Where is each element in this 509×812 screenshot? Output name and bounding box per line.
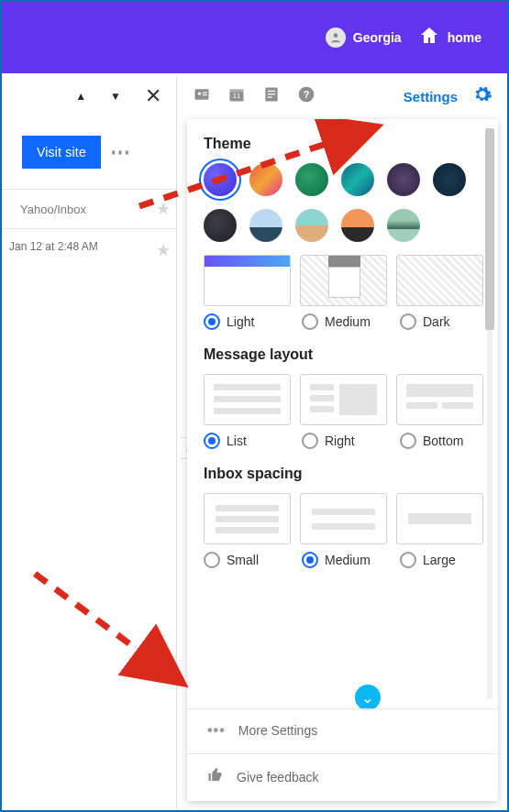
theme-swatch-navy[interactable] <box>433 163 466 196</box>
theme-swatch-blue[interactable] <box>204 163 237 196</box>
vertical-divider <box>176 77 177 810</box>
svg-point-2 <box>198 93 201 95</box>
close-icon[interactable]: ✕ <box>145 84 161 108</box>
layout-card-right[interactable] <box>300 374 387 425</box>
theme-swatch-hills[interactable] <box>387 209 420 242</box>
radio-icon <box>302 433 318 449</box>
radio-icon <box>302 552 318 568</box>
home-icon <box>418 25 440 50</box>
star-icon[interactable]: ★ <box>156 199 171 219</box>
folder-row[interactable]: Yahoo/Inbox ★ <box>2 189 176 229</box>
user-name: Georgia <box>353 30 402 45</box>
svg-text:11: 11 <box>233 92 240 100</box>
layout-option-list[interactable]: List <box>204 433 291 449</box>
spacing-card-large[interactable] <box>396 493 483 544</box>
annotation-arrow-icon <box>28 565 211 693</box>
theme-swatch-dark[interactable] <box>204 209 237 242</box>
next-arrow-icon[interactable]: ▼ <box>110 90 121 103</box>
settings-link[interactable]: Settings <box>404 89 458 104</box>
app-header: Georgia home <box>2 2 507 73</box>
density-option-light[interactable]: Light <box>204 313 291 330</box>
layout-card-bottom[interactable] <box>396 374 483 425</box>
panel-footer: ••• More Settings Give feedback <box>187 708 498 801</box>
theme-swatch-sunset[interactable] <box>249 163 282 196</box>
radio-icon <box>204 552 220 568</box>
more-menu-icon[interactable]: ⋯ <box>110 140 131 164</box>
radio-icon <box>400 552 416 568</box>
density-card-light[interactable] <box>204 255 291 306</box>
profile-group[interactable]: Georgia <box>326 27 402 48</box>
more-settings-row[interactable]: ••• More Settings <box>187 709 498 753</box>
ellipsis-icon: ••• <box>207 722 226 739</box>
spacing-card-small[interactable] <box>204 493 291 544</box>
feedback-label: Give feedback <box>237 770 319 785</box>
theme-heading: Theme <box>204 136 492 152</box>
theme-swatch-beach[interactable] <box>295 209 328 242</box>
sub-toolbar: ▲ ▼ ✕ 11 ? Settings <box>2 73 507 119</box>
home-label: home <box>448 30 481 45</box>
radio-icon <box>204 313 220 330</box>
svg-rect-11 <box>268 97 272 98</box>
svg-rect-9 <box>268 91 275 92</box>
theme-swatch-dusk[interactable] <box>341 209 374 242</box>
layout-option-bottom[interactable]: Bottom <box>400 433 487 449</box>
density-option-medium[interactable]: Medium <box>302 313 389 330</box>
contact-card-icon[interactable] <box>193 85 211 107</box>
message-timestamp: Jan 12 at 2:48 AM <box>9 240 98 260</box>
density-card-medium[interactable] <box>300 255 387 306</box>
help-icon[interactable]: ? <box>297 85 315 107</box>
expand-icon[interactable]: ⌄ <box>355 685 381 708</box>
spacing-option-large[interactable]: Large <box>400 552 487 568</box>
home-link[interactable]: home <box>418 25 481 50</box>
radio-icon <box>302 313 318 330</box>
density-card-dark[interactable] <box>396 255 483 306</box>
radio-icon <box>400 313 416 330</box>
layout-card-list[interactable] <box>204 374 291 425</box>
thumb-up-icon <box>207 767 224 786</box>
theme-swatch-mountain[interactable] <box>249 209 282 242</box>
theme-swatch-teal[interactable] <box>341 163 374 196</box>
message-row[interactable]: Jan 12 at 2:48 AM ★ <box>2 229 176 266</box>
svg-line-15 <box>35 574 183 684</box>
more-settings-label: More Settings <box>238 723 317 738</box>
prev-arrow-icon[interactable]: ▲ <box>75 90 86 103</box>
spacing-heading: Inbox spacing <box>204 466 492 482</box>
svg-rect-3 <box>203 93 207 93</box>
density-option-dark[interactable]: Dark <box>400 313 487 330</box>
svg-rect-10 <box>268 93 275 94</box>
spacing-card-medium[interactable] <box>300 493 387 544</box>
layout-option-right[interactable]: Right <box>302 433 389 449</box>
avatar-icon <box>326 27 346 48</box>
radio-icon <box>400 433 416 449</box>
star-icon[interactable]: ★ <box>156 240 171 260</box>
svg-point-0 <box>333 33 337 38</box>
theme-swatch-purple[interactable] <box>387 163 420 196</box>
theme-swatch-green[interactable] <box>295 163 328 196</box>
svg-rect-4 <box>203 94 207 95</box>
gear-icon[interactable] <box>472 84 492 108</box>
visit-site-button[interactable]: Visit site <box>22 136 101 169</box>
left-column: Visit site ⋯ Yahoo/Inbox ★ Jan 12 at 2:4… <box>2 119 176 266</box>
settings-panel: Theme Light Medium Dark Message layout <box>187 119 498 801</box>
spacing-option-small[interactable]: Small <box>204 552 291 568</box>
svg-text:?: ? <box>304 89 310 100</box>
scrollbar[interactable] <box>485 128 494 699</box>
radio-icon <box>204 433 220 449</box>
calendar-icon[interactable]: 11 <box>227 85 246 107</box>
spacing-option-medium[interactable]: Medium <box>302 552 389 568</box>
layout-heading: Message layout <box>204 346 492 363</box>
folder-label: Yahoo/Inbox <box>20 203 86 216</box>
feedback-row[interactable]: Give feedback <box>187 753 498 801</box>
notes-icon[interactable] <box>262 85 281 107</box>
